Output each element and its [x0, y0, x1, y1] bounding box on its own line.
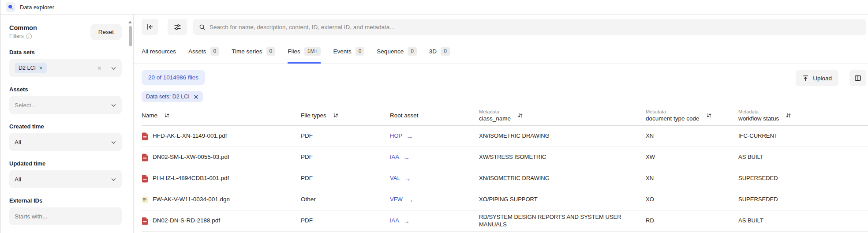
class-name-value: XN/ISOMETRIC DRAWING: [479, 132, 646, 139]
chevron-down-icon[interactable]: [111, 139, 116, 145]
arrow-right-icon: →: [406, 133, 413, 139]
class-name-value: XO/PIPING SUPPORT: [479, 196, 646, 203]
workflow-status-value: IFC-CURRENT: [738, 132, 868, 139]
column-header-root-asset: Root asset: [390, 112, 419, 119]
sort-icon[interactable]: [333, 113, 339, 118]
tab-files[interactable]: Files 1M+: [288, 39, 321, 64]
pdf-file-icon: [142, 154, 148, 162]
file-type: PDF: [301, 132, 390, 140]
root-asset-link[interactable]: IAA→: [390, 154, 410, 161]
table-row[interactable]: HFD-AK-L-XN-1149-001.pdf PDF HOP→ XN/ISO…: [142, 126, 868, 147]
assets-select[interactable]: Select...: [9, 96, 122, 114]
table-row[interactable]: FW-AK-V-W11-0034-001.dgn Other VFW→ XO/P…: [142, 189, 868, 210]
search-box[interactable]: [193, 19, 866, 35]
clear-select-icon[interactable]: ✕: [97, 65, 102, 71]
search-input[interactable]: [210, 24, 861, 30]
arrow-right-icon: →: [403, 218, 410, 224]
document-type-code-value: RD: [646, 217, 738, 224]
file-name: DN02-DN-S-RD-2188.pdf: [153, 217, 220, 225]
chevron-down-icon[interactable]: [111, 177, 116, 182]
root-asset-link[interactable]: VFW→: [390, 196, 413, 203]
created-time-filter-label: Created time: [9, 123, 122, 130]
tab-time-series-count: 0: [266, 47, 276, 55]
sort-icon[interactable]: [164, 113, 170, 118]
tab-all-resources[interactable]: All resources: [142, 39, 176, 64]
metadata-group-label: Metadata: [646, 109, 700, 114]
table-header-row: Name File types Root asset: [142, 105, 868, 126]
select-divider: [106, 138, 106, 147]
tab-files-count: 1M+: [304, 47, 321, 55]
external-ids-input[interactable]: [15, 213, 116, 220]
document-type-code-value: XN: [646, 132, 738, 139]
chevron-down-icon[interactable]: [111, 65, 116, 71]
info-icon[interactable]: i: [26, 34, 32, 39]
tab-assets[interactable]: Assets 0: [188, 39, 219, 64]
pdf-file-icon: [142, 175, 148, 183]
toggle-side-panel-button[interactable]: [849, 70, 866, 86]
metadata-group-label: Metadata: [479, 109, 511, 114]
search-toolbar: [134, 15, 868, 39]
filter-settings-button[interactable]: [168, 19, 187, 35]
sliders-icon: [174, 23, 181, 31]
search-icon: [199, 24, 206, 30]
table-row[interactable]: DN02-SM-L-XW-0055-03.pdf PDF IAA→ XW/STR…: [142, 147, 868, 168]
select-divider: [106, 101, 106, 109]
class-name-value: RD/SYSTEM DESIGN REPORTS AND SYSTEM USER…: [479, 214, 646, 228]
select-divider: [106, 175, 106, 184]
sort-icon[interactable]: [706, 113, 712, 118]
created-time-select[interactable]: All: [9, 133, 122, 151]
metadata-group-label: Metadata: [738, 109, 779, 114]
chevron-down-icon[interactable]: [111, 102, 116, 108]
tab-3d[interactable]: 3D 0: [429, 39, 450, 64]
root-asset-link[interactable]: IAA→: [390, 217, 410, 224]
sort-icon[interactable]: [786, 113, 791, 118]
file-name: DN02-SM-L-XW-0055-03.pdf: [153, 154, 229, 161]
collapse-left-icon: [146, 23, 153, 30]
scrollbar-thumb[interactable]: [129, 26, 132, 46]
dataset-tag[interactable]: D2 LCI ✕: [15, 63, 47, 73]
file-name: FW-AK-V-W11-0034-001.dgn: [153, 196, 230, 203]
applied-filter-label: Data sets: D2 LCI: [146, 94, 190, 100]
upload-button[interactable]: Upload: [796, 70, 838, 86]
assets-select-placeholder: Select...: [15, 102, 36, 109]
workflow-status-value: AS BUILT: [738, 217, 868, 224]
scroll-up-arrow-icon[interactable]: [128, 21, 132, 23]
collapse-panel-button[interactable]: [142, 19, 158, 35]
sidebar-scrollbar[interactable]: [128, 21, 132, 46]
remove-filter-icon[interactable]: [194, 94, 198, 99]
updated-time-select[interactable]: All: [9, 170, 122, 188]
updated-time-filter-label: Updated time: [9, 160, 122, 167]
arrow-right-icon: →: [403, 154, 410, 161]
resource-tabs: All resources Assets 0 Time series 0 Fil…: [134, 39, 868, 64]
column-header-document-type-code: document type code: [646, 115, 700, 122]
column-header-file-types: File types: [301, 112, 326, 119]
arrow-right-icon: →: [404, 175, 411, 182]
tab-events[interactable]: Events 0: [333, 39, 364, 64]
dataset-tag-remove-icon[interactable]: ✕: [39, 66, 43, 71]
root-asset-link[interactable]: VAL→: [390, 175, 411, 182]
workflow-status-value: AS BUILT: [738, 154, 868, 161]
tab-3d-count: 0: [441, 47, 450, 55]
datasets-select[interactable]: D2 LCI ✕ ✕: [9, 59, 122, 77]
reset-filters-button[interactable]: Reset: [90, 24, 122, 40]
arrow-right-icon: →: [407, 196, 413, 203]
select-divider: [106, 64, 106, 72]
applied-filter-chip[interactable]: Data sets: D2 LCI: [142, 91, 203, 102]
tab-time-series[interactable]: Time series 0: [232, 39, 275, 64]
class-name-value: XW/STRESS ISOMETRIC: [479, 154, 646, 161]
dgn-file-icon: [142, 196, 148, 204]
file-type: Other: [301, 196, 390, 203]
file-type: PDF: [301, 154, 390, 161]
tab-sequence[interactable]: Sequence 0: [377, 39, 417, 64]
upload-icon: [802, 75, 809, 82]
datasets-filter-label: Data sets: [9, 49, 122, 56]
results-count-chip[interactable]: 20 of 1014986 files: [142, 70, 205, 85]
sort-icon[interactable]: [517, 113, 523, 118]
document-type-code-value: XN: [646, 175, 738, 182]
root-asset-link[interactable]: HOP→: [390, 132, 413, 139]
table-row[interactable]: DN02-DN-S-RD-2188.pdf PDF IAA→ RD/SYSTEM…: [142, 210, 868, 232]
table-row[interactable]: PH-HZ-L-4894CDB1-001.pdf PDF VAL→ XN/ISO…: [142, 168, 868, 189]
files-table: Name File types Root asset: [142, 105, 868, 232]
data-explorer-icon[interactable]: [6, 2, 15, 12]
column-header-class-name: class_name: [479, 115, 511, 122]
